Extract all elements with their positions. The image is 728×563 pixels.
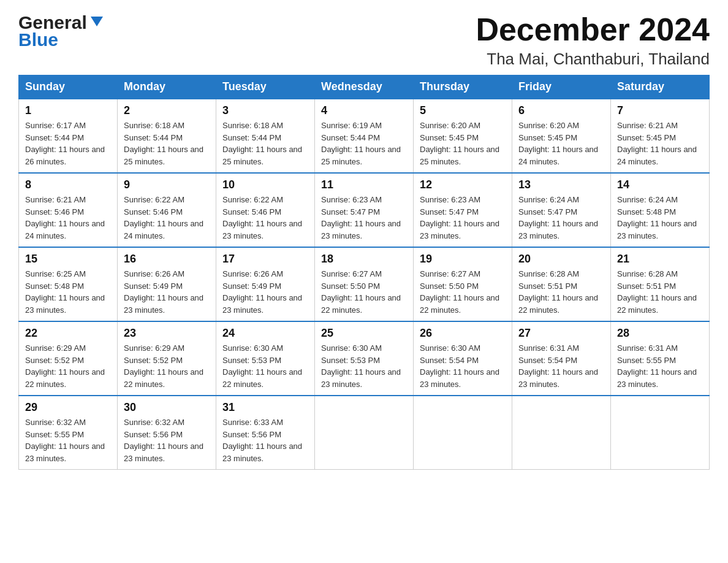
calendar-title-section: December 2024 Tha Mai, Chanthaburi, Thai…	[476, 12, 710, 69]
day-info: Sunrise: 6:23 AMSunset: 5:47 PMDaylight:…	[321, 194, 407, 242]
day-number: 9	[124, 178, 210, 191]
day-info: Sunrise: 6:23 AMSunset: 5:47 PMDaylight:…	[420, 194, 506, 242]
calendar-cell-15: 15 Sunrise: 6:25 AMSunset: 5:48 PMDaylig…	[19, 247, 118, 321]
logo-triangle-icon	[88, 13, 105, 30]
header-saturday: Saturday	[611, 75, 710, 99]
calendar-cell-14: 14 Sunrise: 6:24 AMSunset: 5:48 PMDaylig…	[611, 173, 710, 247]
calendar-week-4: 22 Sunrise: 6:29 AMSunset: 5:52 PMDaylig…	[19, 321, 710, 396]
day-number: 3	[222, 104, 308, 117]
calendar-cell-29: 29 Sunrise: 6:32 AMSunset: 5:55 PMDaylig…	[19, 396, 118, 470]
calendar-cell-9: 9 Sunrise: 6:22 AMSunset: 5:46 PMDayligh…	[118, 173, 216, 247]
day-number: 15	[25, 253, 111, 266]
calendar-cell-27: 27 Sunrise: 6:31 AMSunset: 5:54 PMDaylig…	[512, 321, 611, 396]
day-number: 16	[124, 253, 210, 266]
calendar-cell-4: 4 Sunrise: 6:19 AMSunset: 5:44 PMDayligh…	[315, 99, 414, 173]
day-info: Sunrise: 6:21 AMSunset: 5:46 PMDaylight:…	[25, 194, 111, 242]
day-info: Sunrise: 6:30 AMSunset: 5:53 PMDaylight:…	[321, 342, 407, 390]
calendar-cell-2: 2 Sunrise: 6:18 AMSunset: 5:44 PMDayligh…	[118, 99, 216, 173]
day-number: 27	[518, 327, 604, 340]
day-info: Sunrise: 6:19 AMSunset: 5:44 PMDaylight:…	[321, 120, 407, 167]
day-info: Sunrise: 6:28 AMSunset: 5:51 PMDaylight:…	[518, 268, 604, 316]
calendar-cell-26: 26 Sunrise: 6:30 AMSunset: 5:54 PMDaylig…	[414, 321, 512, 396]
calendar-cell-16: 16 Sunrise: 6:26 AMSunset: 5:49 PMDaylig…	[118, 247, 216, 321]
day-number: 14	[617, 178, 703, 191]
calendar-header-row: Sunday Monday Tuesday Wednesday Thursday…	[19, 75, 710, 99]
calendar-cell-20: 20 Sunrise: 6:28 AMSunset: 5:51 PMDaylig…	[512, 247, 611, 321]
day-number: 24	[222, 327, 308, 340]
header-thursday: Thursday	[414, 75, 512, 99]
day-number: 8	[25, 178, 111, 191]
header-tuesday: Tuesday	[216, 75, 315, 99]
day-info: Sunrise: 6:20 AMSunset: 5:45 PMDaylight:…	[518, 120, 604, 167]
calendar-week-5: 29 Sunrise: 6:32 AMSunset: 5:55 PMDaylig…	[19, 396, 710, 470]
calendar-cell-25: 25 Sunrise: 6:30 AMSunset: 5:53 PMDaylig…	[315, 321, 414, 396]
calendar-cell-13: 13 Sunrise: 6:24 AMSunset: 5:47 PMDaylig…	[512, 173, 611, 247]
day-number: 22	[25, 327, 111, 340]
calendar-cell-10: 10 Sunrise: 6:22 AMSunset: 5:46 PMDaylig…	[216, 173, 315, 247]
calendar-cell-12: 12 Sunrise: 6:23 AMSunset: 5:47 PMDaylig…	[414, 173, 512, 247]
day-info: Sunrise: 6:30 AMSunset: 5:54 PMDaylight:…	[420, 342, 506, 390]
calendar-cell-6: 6 Sunrise: 6:20 AMSunset: 5:45 PMDayligh…	[512, 99, 611, 173]
calendar-subtitle: Tha Mai, Chanthaburi, Thailand	[476, 50, 710, 69]
page-header: General Blue December 2024 Tha Mai, Chan…	[18, 12, 710, 69]
day-number: 5	[420, 104, 506, 117]
calendar-cell-1: 1 Sunrise: 6:17 AMSunset: 5:44 PMDayligh…	[19, 99, 118, 173]
calendar-cell-7: 7 Sunrise: 6:21 AMSunset: 5:45 PMDayligh…	[611, 99, 710, 173]
calendar-cell-17: 17 Sunrise: 6:26 AMSunset: 5:49 PMDaylig…	[216, 247, 315, 321]
day-info: Sunrise: 6:17 AMSunset: 5:44 PMDaylight:…	[25, 120, 111, 167]
svg-marker-0	[91, 17, 103, 26]
day-number: 1	[25, 104, 111, 117]
header-wednesday: Wednesday	[315, 75, 414, 99]
calendar-cell-19: 19 Sunrise: 6:27 AMSunset: 5:50 PMDaylig…	[414, 247, 512, 321]
day-info: Sunrise: 6:32 AMSunset: 5:56 PMDaylight:…	[124, 416, 210, 464]
day-info: Sunrise: 6:18 AMSunset: 5:44 PMDaylight:…	[222, 120, 308, 167]
day-number: 7	[617, 104, 703, 117]
day-info: Sunrise: 6:29 AMSunset: 5:52 PMDaylight:…	[25, 342, 111, 390]
header-sunday: Sunday	[19, 75, 118, 99]
day-number: 11	[321, 178, 407, 191]
logo-blue: Blue	[18, 29, 58, 50]
calendar-cell-23: 23 Sunrise: 6:29 AMSunset: 5:52 PMDaylig…	[118, 321, 216, 396]
calendar-week-1: 1 Sunrise: 6:17 AMSunset: 5:44 PMDayligh…	[19, 99, 710, 173]
calendar-week-3: 15 Sunrise: 6:25 AMSunset: 5:48 PMDaylig…	[19, 247, 710, 321]
day-info: Sunrise: 6:18 AMSunset: 5:44 PMDaylight:…	[124, 120, 210, 167]
day-number: 26	[420, 327, 506, 340]
calendar-title: December 2024	[476, 12, 710, 47]
day-info: Sunrise: 6:30 AMSunset: 5:53 PMDaylight:…	[222, 342, 308, 390]
calendar-cell-empty	[611, 396, 710, 470]
calendar-cell-empty	[414, 396, 512, 470]
day-info: Sunrise: 6:26 AMSunset: 5:49 PMDaylight:…	[124, 268, 210, 316]
day-info: Sunrise: 6:29 AMSunset: 5:52 PMDaylight:…	[124, 342, 210, 390]
day-info: Sunrise: 6:32 AMSunset: 5:55 PMDaylight:…	[25, 416, 111, 464]
calendar-cell-3: 3 Sunrise: 6:18 AMSunset: 5:44 PMDayligh…	[216, 99, 315, 173]
day-number: 6	[518, 104, 604, 117]
day-info: Sunrise: 6:28 AMSunset: 5:51 PMDaylight:…	[617, 268, 703, 316]
day-info: Sunrise: 6:25 AMSunset: 5:48 PMDaylight:…	[25, 268, 111, 316]
calendar-cell-31: 31 Sunrise: 6:33 AMSunset: 5:56 PMDaylig…	[216, 396, 315, 470]
day-number: 12	[420, 178, 506, 191]
calendar-cell-8: 8 Sunrise: 6:21 AMSunset: 5:46 PMDayligh…	[19, 173, 118, 247]
day-number: 21	[617, 253, 703, 266]
calendar-cell-21: 21 Sunrise: 6:28 AMSunset: 5:51 PMDaylig…	[611, 247, 710, 321]
logo: General Blue	[18, 12, 105, 50]
day-number: 29	[25, 401, 111, 414]
day-number: 4	[321, 104, 407, 117]
header-monday: Monday	[118, 75, 216, 99]
day-number: 2	[124, 104, 210, 117]
day-info: Sunrise: 6:26 AMSunset: 5:49 PMDaylight:…	[222, 268, 308, 316]
day-info: Sunrise: 6:31 AMSunset: 5:54 PMDaylight:…	[518, 342, 604, 390]
calendar-cell-empty	[512, 396, 611, 470]
calendar-cell-5: 5 Sunrise: 6:20 AMSunset: 5:45 PMDayligh…	[414, 99, 512, 173]
day-info: Sunrise: 6:22 AMSunset: 5:46 PMDaylight:…	[124, 194, 210, 242]
day-info: Sunrise: 6:21 AMSunset: 5:45 PMDaylight:…	[617, 120, 703, 167]
day-info: Sunrise: 6:27 AMSunset: 5:50 PMDaylight:…	[321, 268, 407, 316]
calendar-cell-11: 11 Sunrise: 6:23 AMSunset: 5:47 PMDaylig…	[315, 173, 414, 247]
calendar-cell-30: 30 Sunrise: 6:32 AMSunset: 5:56 PMDaylig…	[118, 396, 216, 470]
day-info: Sunrise: 6:24 AMSunset: 5:48 PMDaylight:…	[617, 194, 703, 242]
day-info: Sunrise: 6:27 AMSunset: 5:50 PMDaylight:…	[420, 268, 506, 316]
day-number: 19	[420, 253, 506, 266]
day-info: Sunrise: 6:24 AMSunset: 5:47 PMDaylight:…	[518, 194, 604, 242]
day-number: 31	[222, 401, 308, 414]
calendar-cell-empty	[315, 396, 414, 470]
day-number: 30	[124, 401, 210, 414]
